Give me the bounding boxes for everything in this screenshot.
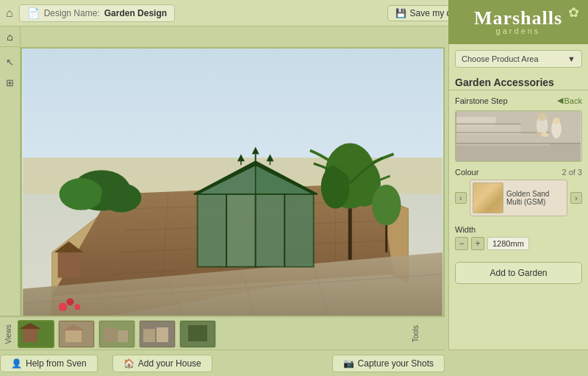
views-strip: Views Tools <box>4 320 420 348</box>
bottom-views-bar: Views Tools <box>0 316 445 350</box>
back-chevron-icon: ◀ <box>557 96 563 105</box>
help-sven-button[interactable]: 👤 Help from Sven <box>0 355 98 372</box>
product-name: Fairstone Step <box>455 96 508 105</box>
product-area-label: Choose Product Area <box>462 54 539 63</box>
camera-icon: 📷 <box>343 358 354 369</box>
svg-point-73 <box>538 113 547 121</box>
colour-swatch-area: Golden Sand Multi (GSM) <box>470 180 567 216</box>
svg-point-43 <box>372 185 401 225</box>
product-area-dropdown[interactable]: Choose Product Area ▼ <box>455 50 582 68</box>
cursor-tool[interactable]: ↖ <box>3 54 18 69</box>
svg-rect-47 <box>58 252 80 278</box>
width-section: Width − + 1280mm <box>449 222 588 253</box>
svg-point-74 <box>553 118 560 125</box>
colour-name: Golden Sand Multi (GSM) <box>506 190 564 206</box>
colour-section-header: Colour 2 of 3 <box>455 168 582 177</box>
left-tools-panel: ↖ ⊞ <box>0 47 21 317</box>
colour-swatch <box>473 182 503 213</box>
colour-count: 2 of 3 <box>562 168 582 177</box>
capture-shots-button[interactable]: 📷 Capture your Shots <box>332 355 445 372</box>
logo-sub: gardens <box>496 26 541 35</box>
back-button[interactable]: ◀ Back <box>557 96 582 105</box>
view-thumb-4[interactable] <box>139 320 176 348</box>
svg-rect-56 <box>104 327 116 342</box>
add-house-label: Add your House <box>138 358 201 369</box>
design-name-label: Design Name: <box>44 8 100 18</box>
add-to-garden-button[interactable]: Add to Garden <box>455 262 582 284</box>
width-decrease-button[interactable]: − <box>455 237 468 250</box>
svg-point-46 <box>74 304 80 310</box>
svg-rect-59 <box>143 329 155 342</box>
bottom-actions-bar: 👤 Help from Sven 🏠 Add your House 📷 Capt… <box>0 350 445 376</box>
right-panel: Choose Product Area ▼ Garden Accessories… <box>448 44 588 376</box>
width-increase-button[interactable]: + <box>471 237 484 250</box>
width-control: − + 1280mm <box>455 237 582 250</box>
svg-point-45 <box>66 298 74 305</box>
width-value: 1280mm <box>487 237 529 250</box>
svg-rect-62 <box>188 325 207 341</box>
home-icon-top[interactable]: ⌂ <box>6 7 13 20</box>
sven-icon: 👤 <box>11 358 22 369</box>
logo-area: ✿ Marshalls gardens <box>448 0 588 44</box>
flower-icon: ✿ <box>568 4 579 21</box>
bottom-right-area <box>448 350 588 376</box>
svg-point-22 <box>60 178 103 210</box>
tools-label: Tools <box>412 325 420 342</box>
svg-rect-57 <box>118 330 128 342</box>
svg-rect-64 <box>456 143 581 161</box>
house-icon: 🏠 <box>123 358 135 369</box>
grid-tool[interactable]: ⊞ <box>3 75 18 90</box>
svg-rect-67 <box>456 117 495 127</box>
accessories-title: Garden Accessories <box>449 74 588 91</box>
svg-rect-50 <box>23 329 37 342</box>
colour-prev-button[interactable]: ‹ <box>455 192 467 204</box>
design-name-value: Garden Design <box>104 8 167 18</box>
colour-carousel: ‹ Golden Sand Multi (GSM) › <box>455 180 582 216</box>
add-house-button[interactable]: 🏠 Add your House <box>112 355 212 372</box>
back-label: Back <box>564 96 582 105</box>
doc-icon: 📄 <box>27 7 40 19</box>
colour-label: Colour <box>455 168 478 177</box>
colour-section: Colour 2 of 3 ‹ Golden Sand Multi (GSM) … <box>449 165 588 219</box>
view-thumb-2[interactable] <box>58 320 95 348</box>
help-sven-label: Help from Sven <box>26 358 87 369</box>
view-thumb-3[interactable] <box>98 320 135 348</box>
svg-point-23 <box>101 183 141 213</box>
fairstone-header: Fairstone Step ◀ Back <box>449 93 588 107</box>
main-3d-view <box>21 47 445 317</box>
view-thumb-5[interactable] <box>179 320 216 348</box>
views-label: Views <box>4 324 12 344</box>
tools-section: Tools <box>412 325 420 342</box>
garden-scene-svg <box>22 49 443 316</box>
svg-rect-53 <box>65 330 82 342</box>
capture-shots-label: Capture your Shots <box>358 358 434 369</box>
dropdown-chevron-icon: ▼ <box>567 54 576 63</box>
svg-point-44 <box>59 302 68 311</box>
home-button[interactable]: ⌂ <box>0 26 21 47</box>
svg-point-76 <box>542 132 549 137</box>
logo-main: Marshalls <box>474 9 562 28</box>
width-label: Width <box>455 225 582 234</box>
save-icon: 💾 <box>395 8 406 18</box>
design-name-section: 📄 Design Name: Garden Design <box>19 4 175 22</box>
svg-rect-60 <box>157 327 168 342</box>
colour-next-button[interactable]: › <box>570 192 582 204</box>
product-image <box>455 110 582 162</box>
view-thumb-1[interactable] <box>18 320 54 348</box>
